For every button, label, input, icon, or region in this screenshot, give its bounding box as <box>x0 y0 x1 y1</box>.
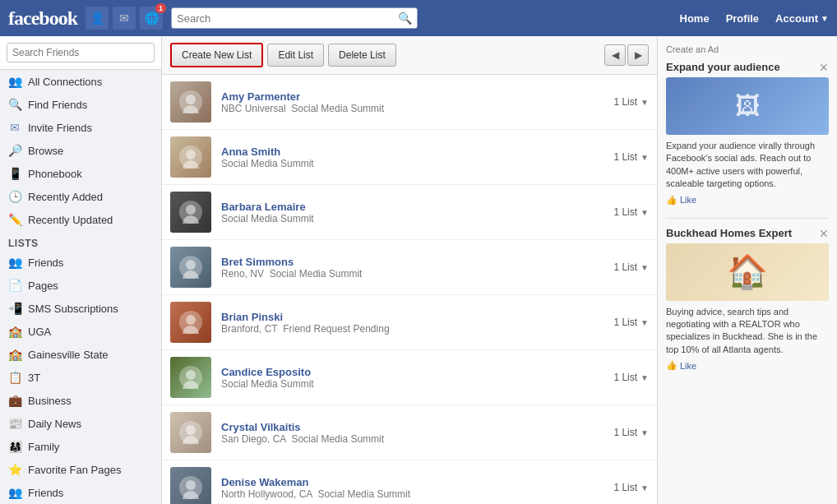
list-count-label: 1 List <box>613 317 637 328</box>
sidebar-list-label: Friends <box>28 487 63 499</box>
next-arrow-button[interactable]: ▶ <box>627 44 649 66</box>
sidebar-nav-icon: ✉ <box>8 121 21 134</box>
contact-list-count[interactable]: 1 List ▼ <box>613 482 649 493</box>
account-menu[interactable]: Account ▼ <box>775 12 829 25</box>
messages-icon[interactable]: ✉ <box>113 7 136 30</box>
sidebar-item-label: Find Friends <box>28 99 87 111</box>
sidebar-nav-icon: ✏️ <box>8 213 21 226</box>
search-friends-input[interactable] <box>7 43 155 62</box>
sidebar-list-icon: 👥 <box>8 486 21 499</box>
sidebar-list-item-daily-news[interactable]: 📰Daily News <box>0 412 161 435</box>
sidebar-list-icon: 📋 <box>8 371 21 384</box>
prev-arrow-button[interactable]: ◀ <box>604 44 626 66</box>
create-new-list-button[interactable]: Create New List <box>170 43 263 67</box>
sidebar-item-browse[interactable]: 🔎Browse <box>0 139 161 162</box>
contact-info: Barbara Lemaire Social Media Summit <box>221 201 603 224</box>
sidebar-list-item-uga[interactable]: 🏫UGA <box>0 320 161 343</box>
home-link[interactable]: Home <box>680 12 710 25</box>
sidebar-nav-icon: 🔎 <box>8 144 21 157</box>
profile-link[interactable]: Profile <box>726 12 759 25</box>
contact-list-count[interactable]: 1 List ▼ <box>613 427 649 438</box>
sidebar-list-icon: 🏫 <box>8 348 21 361</box>
sidebar-list-label: Daily News <box>28 418 81 430</box>
create-ad-label: Create an Ad <box>666 44 829 54</box>
sidebar-list-label: Gainesville State <box>28 349 109 361</box>
sidebar-item-recently-updated[interactable]: ✏️Recently Updated <box>0 208 161 231</box>
ad2-close-button[interactable]: ✕ <box>819 227 829 240</box>
sidebar-item-recently-added[interactable]: 🕒Recently Added <box>0 185 161 208</box>
contact-list-count[interactable]: 1 List ▼ <box>613 372 649 383</box>
sidebar-item-find-friends[interactable]: 🔍Find Friends <box>0 93 161 116</box>
contact-list-count[interactable]: 1 List ▼ <box>613 317 649 328</box>
search-bar[interactable]: 🔍 <box>171 7 418 29</box>
sidebar-nav-icon: 🕒 <box>8 190 21 203</box>
sidebar-item-phonebook[interactable]: 📱Phonebook <box>0 162 161 185</box>
sidebar-list-item-3t[interactable]: 📋3T <box>0 366 161 389</box>
sidebar-item-label: Phonebook <box>28 168 82 180</box>
contact-info: Bret Simmons Reno, NV Social Media Summi… <box>221 256 603 280</box>
contact-list-count[interactable]: 1 List ▼ <box>613 261 649 273</box>
contact-avatar <box>170 467 211 504</box>
sidebar-list-item-business[interactable]: 💼Business <box>0 389 161 412</box>
list-count-chevron-icon: ▼ <box>640 428 649 437</box>
ad-buckhead-homes: Buckhead Homes Expert ✕ 🏠 Buying advice,… <box>666 227 829 372</box>
contact-name[interactable]: Crystal Vilkaitis <box>221 421 603 433</box>
contact-row: Bret Simmons Reno, NV Social Media Summi… <box>162 240 657 295</box>
contact-info: Crystal Vilkaitis San Diego, CA Social M… <box>221 421 603 445</box>
content-area: Create New List Edit List Delete List ◀ … <box>162 36 658 504</box>
contact-list-count[interactable]: 1 List ▼ <box>613 151 649 163</box>
contact-list-count[interactable]: 1 List ▼ <box>613 206 649 218</box>
friends-icon[interactable]: 👤 <box>86 7 109 30</box>
contact-avatar <box>170 302 211 343</box>
list-count-label: 1 List <box>613 151 637 163</box>
contact-name[interactable]: Denise Wakeman <box>221 476 603 488</box>
ad-expand-audience: Expand your audience ✕ 🖼 Expand your aud… <box>666 61 829 206</box>
contact-list-count[interactable]: 1 List ▼ <box>613 96 649 108</box>
contact-name[interactable]: Anna Smith <box>221 146 603 158</box>
ad1-like-button[interactable]: 👍 Like <box>666 195 829 206</box>
sidebar-list-icon: 👨‍👩‍👧 <box>8 440 21 453</box>
sidebar-list-label: UGA <box>28 326 51 338</box>
sidebar-item-all-connections[interactable]: 👥All Connections <box>0 70 161 93</box>
ad1-close-button[interactable]: ✕ <box>819 61 829 74</box>
sidebar-nav-items: 👥All Connections🔍Find Friends✉Invite Fri… <box>0 70 161 231</box>
contact-info: Candice Esposito Social Media Summit <box>221 366 603 390</box>
main-layout: 👥All Connections🔍Find Friends✉Invite Fri… <box>0 36 837 504</box>
sidebar-list-item-favorite-fan-pages[interactable]: ⭐Favorite Fan Pages <box>0 458 161 481</box>
ad2-description: Buying advice, search tips and negotiati… <box>666 306 829 357</box>
contact-info: Amy Parmenter NBC Universal Social Media… <box>221 90 603 114</box>
contact-name[interactable]: Candice Esposito <box>221 366 603 378</box>
contact-name[interactable]: Bret Simmons <box>221 256 603 268</box>
ad2-like-button[interactable]: 👍 Like <box>666 360 829 371</box>
contact-row: Candice Esposito Social Media Summit 1 L… <box>162 350 657 405</box>
contact-name[interactable]: Amy Parmenter <box>221 90 603 103</box>
sidebar-nav-icon: 🔍 <box>8 98 21 111</box>
contact-name[interactable]: Barbara Lemaire <box>221 201 603 213</box>
contact-row: Crystal Vilkaitis San Diego, CA Social M… <box>162 405 657 460</box>
contact-info: Denise Wakeman North Hollywood, CA Socia… <box>221 476 603 500</box>
sidebar-list-item-sms-subscriptions[interactable]: 📲SMS Subscriptions <box>0 297 161 320</box>
contact-avatar <box>170 412 211 453</box>
sidebar-list-item-friends[interactable]: 👥Friends <box>0 251 161 274</box>
delete-list-button[interactable]: Delete List <box>328 44 396 67</box>
contact-avatar <box>170 81 211 123</box>
sidebar: 👥All Connections🔍Find Friends✉Invite Fri… <box>0 36 162 504</box>
sidebar-list-item-family[interactable]: 👨‍👩‍👧Family <box>0 435 161 458</box>
sidebar-list-label: Favorite Fan Pages <box>28 464 121 476</box>
list-count-chevron-icon: ▼ <box>640 263 649 272</box>
sidebar-item-label: Recently Added <box>28 191 103 203</box>
sidebar-item-invite-friends[interactable]: ✉Invite Friends <box>0 116 161 139</box>
list-count-label: 1 List <box>613 372 637 383</box>
list-count-label: 1 List <box>613 482 637 493</box>
search-input[interactable] <box>177 12 398 25</box>
sidebar-list-item-pages[interactable]: 📄Pages <box>0 274 161 297</box>
facebook-logo: facebook <box>8 7 77 30</box>
ad2-title: Buckhead Homes Expert <box>666 227 792 239</box>
contact-name[interactable]: Brian Pinski <box>221 311 603 323</box>
sidebar-list-item-gainesville-state[interactable]: 🏫Gainesville State <box>0 343 161 366</box>
edit-list-button[interactable]: Edit List <box>267 44 324 67</box>
account-chevron-icon: ▼ <box>821 14 829 23</box>
notifications-icon[interactable]: 🌐 1 <box>140 7 163 30</box>
sidebar-list-item-friends[interactable]: 👥Friends <box>0 481 161 504</box>
contact-avatar <box>170 136 211 178</box>
